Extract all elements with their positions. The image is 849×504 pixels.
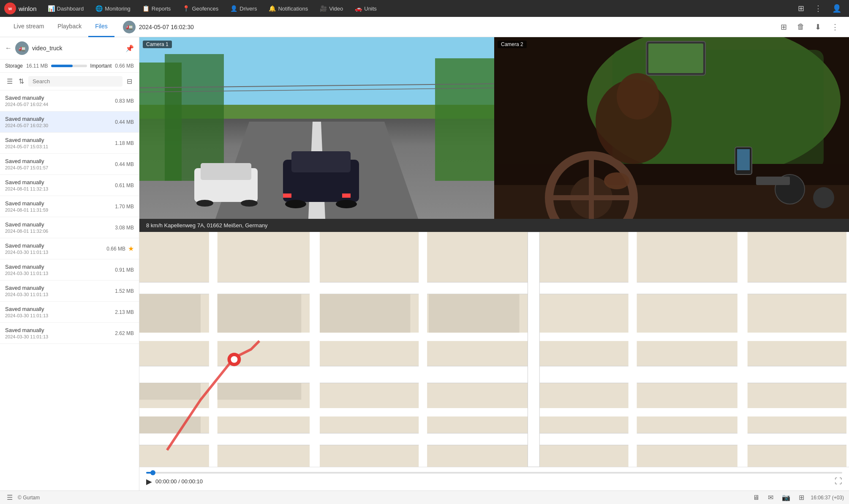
nav-dashboard-label: Dashboard	[57, 5, 84, 12]
pin-button[interactable]: 📌	[125, 44, 134, 52]
location-bar: 8 km/h Kapellenweg 7A, 01662 Meißen, Ger…	[139, 219, 849, 232]
file-date: 2024-03-30 11:01:13	[5, 313, 112, 318]
svg-rect-62	[320, 294, 410, 332]
storage-label: Storage	[5, 63, 23, 69]
file-title: Saved manually	[5, 137, 112, 143]
filter-options-button[interactable]: ⇅	[17, 76, 26, 86]
fullscreen-button[interactable]: ⛶	[835, 477, 842, 486]
important-label: Important	[90, 63, 112, 69]
more-button[interactable]: ⋮	[811, 2, 825, 15]
list-item[interactable]: Saved manually 2024-05-07 16:02:30 0.44 …	[0, 112, 139, 133]
play-button[interactable]: ▶	[146, 477, 152, 486]
filter-button[interactable]: ⊟	[125, 76, 134, 86]
header-action-buttons: ⊞ 🗑 ⬇ ⋮	[777, 21, 842, 33]
file-info: Saved manually 2024-05-07 16:02:30	[5, 116, 112, 128]
back-button[interactable]: ←	[5, 44, 12, 52]
file-list: Saved manually 2024-05-07 16:02:44 0.83 …	[0, 90, 139, 490]
list-item[interactable]: Saved manually 2024-08-01 11:31:59 1.70 …	[0, 196, 139, 217]
list-item[interactable]: Saved manually 2024-05-07 16:02:44 0.83 …	[0, 90, 139, 112]
nav-drivers[interactable]: 👤 Drivers	[225, 0, 262, 17]
svg-rect-52	[629, 232, 637, 467]
nav-video[interactable]: 🎥 Video	[315, 0, 348, 17]
unit-header: ← 🚛 video_truck 📌	[0, 37, 139, 60]
file-info: Saved manually 2024-08-01 11:32:13	[5, 179, 112, 191]
list-view-button[interactable]: ☰	[5, 76, 14, 86]
top-navigation: W winlon 📊 Dashboard 🌐 Monitoring 📋 Repo…	[0, 0, 849, 17]
list-item[interactable]: Saved manually 2024-03-30 11:01:13 2.13 …	[0, 302, 139, 323]
split-view-button[interactable]: ⊞	[777, 21, 790, 33]
bottom-toggle-button[interactable]: ☰	[5, 493, 14, 502]
nav-monitoring[interactable]: 🌐 Monitoring	[90, 0, 136, 17]
file-size: 1.18 MB	[115, 140, 134, 146]
tab-live-stream[interactable]: Live stream	[7, 17, 51, 37]
list-item[interactable]: Saved manually 2024-03-30 11:01:13 0.66 …	[0, 238, 139, 259]
file-size: 3.08 MB	[115, 225, 134, 231]
file-info: Saved manually 2024-08-01 11:31:59	[5, 200, 112, 212]
tab-playback[interactable]: Playback	[51, 17, 88, 37]
tab-live-stream-label: Live stream	[14, 23, 44, 30]
list-item[interactable]: Saved manually 2024-08-01 11:32:13 0.61 …	[0, 175, 139, 196]
tab-files[interactable]: Files	[88, 17, 114, 37]
nav-reports[interactable]: 📋 Reports	[137, 0, 176, 17]
copyright-text: © Gurtam	[18, 495, 40, 501]
options-button[interactable]: ⋮	[828, 21, 842, 33]
svg-rect-4	[165, 54, 224, 181]
delete-button[interactable]: 🗑	[794, 21, 808, 33]
bottom-icon1[interactable]: 🖥	[751, 493, 761, 502]
list-item[interactable]: Saved manually 2024-03-30 11:01:13 1.52 …	[0, 281, 139, 302]
file-title: Saved manually	[5, 179, 112, 185]
search-input[interactable]	[28, 76, 122, 87]
logo-area: W winlon	[4, 3, 37, 14]
bottom-bar: ☰ © Gurtam 🖥 ✉ 📷 ⊞ 16:06:37 (+03)	[0, 490, 849, 504]
list-item[interactable]: Saved manually 2024-03-30 11:01:13 0.91 …	[0, 259, 139, 281]
nav-reports-label: Reports	[152, 5, 171, 12]
tab-playback-label: Playback	[57, 23, 82, 30]
svg-point-32	[813, 187, 834, 208]
download-button[interactable]: ⬇	[811, 21, 825, 33]
reports-icon: 📋	[142, 5, 150, 12]
camera-1-feed	[139, 37, 494, 219]
svg-point-10	[285, 200, 306, 208]
user-button[interactable]: 👤	[829, 2, 845, 15]
list-item[interactable]: Saved manually 2024-05-07 15:01:57 0.44 …	[0, 154, 139, 175]
nav-geofences[interactable]: 📍 Geofences	[177, 0, 223, 17]
nav-notifications[interactable]: 🔔 Notifications	[264, 0, 313, 17]
progress-thumb	[150, 470, 155, 475]
list-item[interactable]: Saved manually 2024-03-30 11:01:13 2.62 …	[0, 323, 139, 344]
monitoring-icon: 🌐	[95, 5, 103, 12]
file-date: 2024-05-07 15:01:57	[5, 165, 112, 170]
nav-units[interactable]: 🚗 Units	[350, 0, 382, 17]
grid-button[interactable]: ⊞	[795, 2, 808, 15]
svg-rect-53	[737, 232, 748, 467]
file-info: Saved manually 2024-08-01 11:32:06	[5, 221, 112, 234]
drivers-icon: 👤	[230, 5, 237, 12]
list-item[interactable]: Saved manually 2024-05-07 15:03:11 1.18 …	[0, 133, 139, 154]
nav-right-actions: ⊞ ⋮ 👤	[795, 2, 845, 15]
nav-dashboard[interactable]: 📊 Dashboard	[43, 0, 89, 17]
svg-point-75	[231, 356, 237, 363]
file-date: 2024-03-30 11:01:13	[5, 334, 112, 339]
bottom-time: 16:06:37 (+03)	[811, 495, 844, 501]
logo-text: winlon	[19, 5, 37, 12]
file-date: 2024-05-07 16:02:30	[5, 123, 112, 128]
map-svg: + − 0 100m © 2024 Map data	[139, 232, 849, 467]
important-value: 0.66 MB	[115, 63, 134, 69]
file-title: Saved manually	[5, 285, 112, 291]
file-date: 2024-08-01 11:32:06	[5, 229, 112, 234]
file-date: 2024-03-30 11:01:13	[5, 271, 112, 276]
star-icon: ★	[128, 245, 134, 253]
file-title: Saved manually	[5, 158, 112, 164]
file-info: Saved manually 2024-05-07 15:03:11	[5, 137, 112, 149]
progress-track[interactable]	[146, 472, 842, 474]
storage-bar-container	[51, 65, 87, 67]
svg-rect-72	[139, 417, 201, 433]
bottom-icon4[interactable]: ⊞	[797, 493, 806, 502]
nav-notifications-label: Notifications	[278, 5, 308, 12]
notifications-icon: 🔔	[269, 5, 276, 12]
list-item[interactable]: Saved manually 2024-08-01 11:32:06 3.08 …	[0, 217, 139, 238]
file-title: Saved manually	[5, 264, 112, 270]
svg-rect-50	[419, 232, 427, 467]
bottom-icon3[interactable]: 📷	[780, 493, 792, 502]
bottom-icon2[interactable]: ✉	[766, 493, 775, 502]
file-size: 2.13 MB	[115, 309, 134, 315]
